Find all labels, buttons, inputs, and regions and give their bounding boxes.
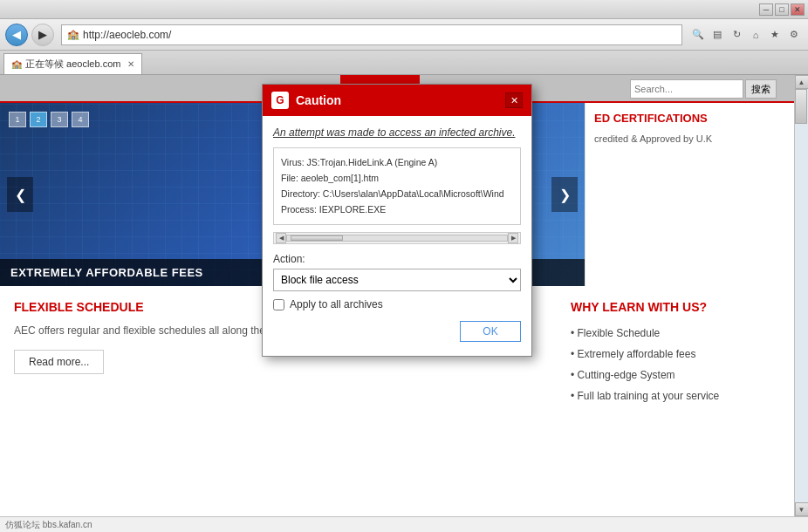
file-info: File: aeoleb_com[1].htm	[281, 171, 513, 187]
page-main: HOME COURSES PRO US 搜索 1 2	[0, 75, 794, 516]
refresh-icon[interactable]: ↻	[728, 26, 745, 44]
home-icon[interactable]: ⌂	[747, 26, 764, 44]
modal-header: G Caution ✕	[263, 85, 531, 116]
virus-info: Virus: JS:Trojan.HideLink.A (Engine A)	[281, 155, 513, 171]
process-info: Process: IEXPLORE.EXE	[281, 202, 513, 218]
scroll-down-arrow[interactable]: ▼	[795, 502, 809, 516]
modal-logo: G	[271, 92, 289, 109]
tab-favicon: 🏫	[11, 59, 22, 69]
bottom-bar-text: 仿狐论坛 bbs.kafan.cn	[5, 519, 92, 531]
title-bar: ─ □ ✕	[0, 0, 808, 19]
browser-window: ─ □ ✕ ◀ ▶ 🏫 http://aeocleb.com/ 🔍 ▤ ↻ ⌂ …	[0, 0, 808, 532]
checkbox-label: Apply to all archives	[290, 298, 383, 310]
checkbox-row: Apply to all archives	[273, 298, 521, 310]
modal-close-button[interactable]: ✕	[505, 92, 523, 108]
address-url: http://aeocleb.com/	[83, 29, 171, 41]
apply-to-all-checkbox[interactable]	[273, 299, 284, 310]
action-select[interactable]: Block file access	[273, 269, 521, 291]
restore-button[interactable]: □	[775, 3, 789, 16]
modal-details: Virus: JS:Trojan.HideLink.A (Engine A) F…	[273, 147, 521, 225]
modal-footer: OK	[273, 321, 521, 345]
address-bar[interactable]: 🏫 http://aeocleb.com/	[61, 24, 682, 45]
page-content: HOME COURSES PRO US 搜索 1 2	[0, 75, 808, 516]
tab-bar: 🏫 正在等候 aeocleb.com ✕	[0, 51, 808, 75]
close-button[interactable]: ✕	[791, 3, 805, 16]
tab-close-button[interactable]: ✕	[127, 59, 134, 69]
modal-scrollbar: ◀ ▶	[273, 232, 521, 244]
scroll-right-arrow[interactable]: ▶	[508, 233, 518, 243]
action-select-wrapper: Block file access	[273, 269, 521, 291]
scroll-track[interactable]	[795, 89, 808, 502]
view-icon[interactable]: ▤	[709, 26, 726, 44]
settings-icon[interactable]: ⚙	[785, 26, 803, 44]
tab-label: 正在等候 aeocleb.com	[25, 58, 120, 71]
scroll-thumb[interactable]	[291, 235, 343, 241]
scroll-thumb[interactable]	[795, 89, 807, 124]
page-scrollbar: ▲ ▼	[794, 75, 808, 516]
address-favicon: 🏫	[67, 29, 79, 40]
caution-modal: G Caution ✕ An attempt was made to acces…	[262, 84, 532, 357]
back-button[interactable]: ◀	[5, 24, 28, 46]
forward-button[interactable]: ▶	[31, 24, 54, 46]
minimize-button[interactable]: ─	[759, 3, 773, 16]
action-label: Action:	[273, 253, 521, 265]
toolbar-icons: 🔍 ▤ ↻ ⌂ ★ ⚙	[689, 26, 803, 44]
toolbar: ◀ ▶ 🏫 http://aeocleb.com/ 🔍 ▤ ↻ ⌂ ★ ⚙	[0, 19, 808, 51]
modal-body: An attempt was made to access an infecte…	[263, 116, 531, 356]
modal-message: An attempt was made to access an infecte…	[273, 126, 521, 139]
modal-overlay: G Caution ✕ An attempt was made to acces…	[0, 75, 794, 516]
browser-tab[interactable]: 🏫 正在等候 aeocleb.com ✕	[3, 53, 142, 74]
scroll-left-arrow[interactable]: ◀	[276, 233, 286, 243]
favorites-icon[interactable]: ★	[766, 26, 784, 44]
search-icon[interactable]: 🔍	[689, 26, 707, 44]
modal-title: Caution	[296, 93, 498, 107]
scroll-up-arrow[interactable]: ▲	[795, 75, 809, 89]
ok-button[interactable]: OK	[460, 321, 521, 342]
bottom-bar: 仿狐论坛 bbs.kafan.cn	[0, 516, 808, 532]
scroll-track[interactable]	[286, 235, 508, 242]
directory-info: Directory: C:\Users\alan\AppData\Local\M…	[281, 187, 513, 202]
